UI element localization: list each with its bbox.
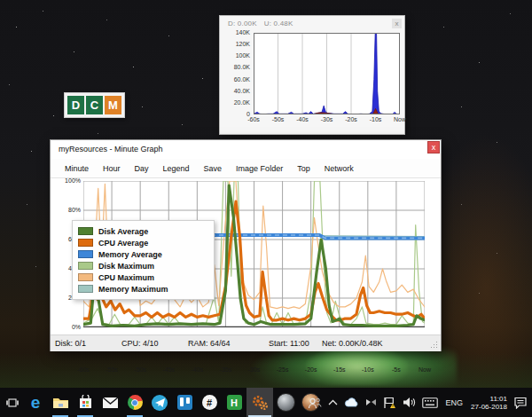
x-tick-label: Now [388,116,411,122]
legend-item-disk-maximum: Disk Maximum [78,260,208,271]
tray-app-icon[interactable] [365,397,377,407]
status-net: Net: 0.00K/0.48K [322,339,383,348]
taskbar-chrome-button[interactable] [122,388,147,417]
dcm-letter-c: C [86,96,103,114]
security-flag-icon[interactable] [383,397,396,409]
window-title: myResources - Minute Graph [59,145,163,153]
y-tick-label: 80% [56,207,81,213]
starfield-decoration [0,0,1,1]
x-tick-label: -20s [300,366,323,373]
y-tick-label: 80.0K [223,64,250,70]
x-tick-label: -45s [157,366,180,373]
x-tick-label: -5s [385,366,408,373]
taskbar-h-app-button[interactable]: H [222,388,246,417]
x-tick-label: -60s [72,366,95,373]
x-tick-label: -10s [356,366,379,373]
legend-item-cpu-average: CPU Average [78,237,208,248]
clock-date: 27-06-2018 [471,403,507,411]
y-tick-label: 100% [56,177,81,184]
x-tick-label: -60s [242,116,265,122]
menu-hour[interactable]: Hour [96,161,128,176]
taskbar-trello-button[interactable] [172,388,197,417]
hashtag-icon: # [202,395,217,410]
legend-swatch [78,227,93,235]
dcm-letter-d: D [67,96,84,114]
clock-time: 11:01 [490,395,507,403]
menu-bar: MinuteHourDayLegendSaveImage FolderTopNe… [51,159,441,178]
taskbar-apps: e [2,388,323,417]
language-indicator[interactable]: ENG [444,398,466,407]
h-app-icon: H [227,395,242,410]
status-ram: RAM: 64/64 [188,339,231,348]
menu-day[interactable]: Day [128,161,156,176]
legend-item-cpu-maximum: CPU Maximum [78,271,208,283]
mail-icon [102,397,119,409]
legend-label: CPU Average [98,239,148,248]
x-tick-label: -30s [316,116,339,122]
taskbar: e [0,388,532,417]
taskbar-hashtag-app-button[interactable]: # [197,388,222,417]
touch-keyboard-icon[interactable] [422,397,438,408]
onedrive-cloud-icon[interactable] [344,397,359,407]
taskbar-telegram-button[interactable] [147,388,172,417]
system-tray: ENG 11:01 27-06-2018 [308,388,528,417]
network-graph-header: D: 0.00KU: 0.48K [228,20,300,28]
task-view-icon [5,396,20,410]
taskbar-edge-button[interactable]: e [23,388,48,417]
legend-label: Disk Maximum [98,262,154,271]
title-bar[interactable]: myResources - Minute Graph x [51,140,441,159]
menu-image-folder[interactable]: Image Folder [229,161,290,176]
menu-legend[interactable]: Legend [156,161,197,176]
avatar-1 [277,393,295,412]
legend-item-memory-maximum: Memory Maximum [78,283,208,295]
y-tick-label: 100K [223,52,250,59]
download-rate-label: D: 0.00K [228,20,257,28]
x-tick-label: -15s [328,366,351,373]
menu-save[interactable]: Save [197,161,230,176]
legend-swatch [78,239,93,247]
volume-icon[interactable] [403,397,416,408]
upload-rate-label: U: 0.48K [264,20,293,28]
action-center-icon[interactable] [513,397,528,409]
telegram-icon [152,395,168,411]
dcm-letter-m: M [105,96,121,114]
network-window-close-button[interactable]: x [392,19,402,28]
y-tick-label: 120K [223,41,250,47]
x-tick-label: -40s [185,366,208,373]
status-bar: Disk: 0/1 CPU: 4/10 RAM: 64/64 Start: 11… [51,334,441,351]
legend-label: Memory Maximum [98,285,168,294]
taskbar-avatar-1-button[interactable] [273,388,298,417]
desktop: D: 0.00KU: 0.48K x 140K120K100K80.0K60.0… [0,0,532,417]
task-view-button[interactable] [2,388,23,417]
y-tick-label: 140K [223,29,250,35]
menu-top[interactable]: Top [290,161,317,176]
dcm-widget[interactable]: D C M [64,92,125,118]
chart-legend: Disk AverageCPU AverageMemory AverageDis… [72,220,215,300]
menu-network[interactable]: Network [317,161,361,176]
network-graph-window: D: 0.00KU: 0.48K x 140K120K100K80.0K60.0… [219,15,405,135]
x-tick-label: Now [413,366,436,373]
legend-swatch [78,262,93,270]
taskbar-store-button[interactable] [73,388,98,417]
resize-grip[interactable] [436,342,437,342]
status-start: Start: 11:00 [269,339,309,348]
taskbar-file-explorer-button[interactable] [48,388,73,417]
taskbar-myresources-button[interactable] [246,388,273,417]
chevron-up-icon[interactable] [328,399,338,405]
taskbar-clock[interactable]: 11:01 27-06-2018 [471,395,507,411]
x-tick-label: -55s [100,366,123,373]
y-tick-label: 0% [56,324,81,330]
legend-item-disk-average: Disk Average [78,225,208,237]
legend-label: Memory Average [98,250,162,259]
x-tick-label: -35s [214,366,237,373]
x-tick-label: -10s [364,116,387,122]
taskbar-mail-button[interactable] [98,388,122,417]
people-icon[interactable] [308,397,322,409]
x-tick-label: -20s [340,116,363,122]
close-button[interactable]: x [427,141,440,153]
x-tick-label: -50s [129,366,152,373]
menu-minute[interactable]: Minute [58,161,96,176]
legend-label: Disk Average [98,227,148,236]
edge-icon: e [31,394,41,411]
y-tick-label: 60.0K [223,76,250,83]
